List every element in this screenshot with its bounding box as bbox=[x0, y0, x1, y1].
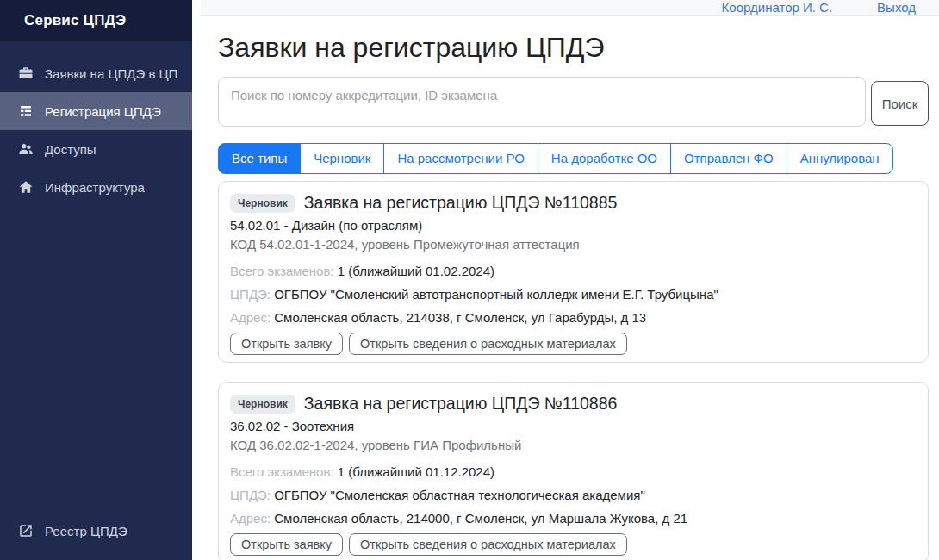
address-line: Адрес: Смоленская область, 214000, г Смо… bbox=[230, 510, 917, 527]
cpde-line: ЦПДЭ: ОГБПОУ "Смоленская областная техно… bbox=[230, 487, 917, 504]
address-label: Адрес: bbox=[230, 310, 271, 325]
application-card: Черновик Заявка на регистрацию ЦПДЭ №110… bbox=[218, 382, 929, 560]
logout-link[interactable]: Выход bbox=[877, 0, 916, 15]
card-meta: Всего экзаменов: 1 (ближайший 01.02.2024… bbox=[230, 263, 917, 327]
sidebar-item-applications[interactable]: Заявки на ЦПДЭ в ЦП bbox=[0, 54, 192, 92]
briefcase-icon bbox=[18, 65, 34, 81]
open-materials-button[interactable]: Открыть сведения о расходных материалах bbox=[349, 333, 627, 355]
exams-line: Всего экзаменов: 1 (ближайший 01.02.2024… bbox=[230, 263, 917, 280]
sidebar-item-label: Реестр ЦПДЭ bbox=[45, 524, 127, 538]
exams-label: Всего экзаменов: bbox=[230, 264, 334, 278]
open-application-button[interactable]: Открыть заявку bbox=[230, 533, 343, 556]
sidebar-item-registration[interactable]: Регистрация ЦПДЭ bbox=[0, 92, 192, 130]
cpde-label: ЦПДЭ: bbox=[230, 488, 271, 502]
card-title: Заявка на регистрацию ЦПДЭ №110885 bbox=[304, 193, 618, 213]
tab-all-types[interactable]: Все типы bbox=[218, 143, 301, 174]
exams-line: Всего экзаменов: 1 (ближайший 01.12.2024… bbox=[230, 464, 917, 481]
filter-tabs: Все типы Черновик На рассмотрении РО На … bbox=[218, 143, 893, 174]
sidebar-item-label: Инфраструктура bbox=[45, 180, 145, 195]
code-line: КОД 54.02.01-1-2024, уровень Промежуточн… bbox=[230, 236, 917, 253]
cpde-label: ЦПДЭ: bbox=[230, 287, 271, 302]
sidebar-item-access[interactable]: Доступы bbox=[0, 130, 192, 168]
sidebar-item-label: Регистрация ЦПДЭ bbox=[45, 104, 161, 119]
address-label: Адрес: bbox=[230, 511, 271, 526]
exams-label: Всего экзаменов: bbox=[230, 464, 334, 479]
tab-annulled[interactable]: Аннулирован bbox=[787, 143, 893, 174]
tab-draft[interactable]: Черновик bbox=[300, 143, 384, 174]
search-button[interactable]: Поиск bbox=[871, 81, 929, 126]
topbar: Координатор И. С. Выход bbox=[201, 0, 939, 16]
sidebar-item-registry[interactable]: Реестр ЦПДЭ bbox=[0, 512, 192, 550]
sidebar-item-label: Заявки на ЦПДЭ в ЦП bbox=[45, 66, 177, 81]
code-line: КОД 36.02.02-1-2024, уровень ГИА Профиль… bbox=[230, 437, 917, 454]
content-area: Координатор И. С. Выход Заявки на регист… bbox=[192, 0, 939, 560]
app-window: Сервис ЦПДЭ Заявки на ЦПДЭ в ЦП Регистра… bbox=[0, 0, 939, 560]
program-line: 54.02.01 - Дизайн (по отраслям) bbox=[230, 217, 917, 234]
card-header: Черновик Заявка на регистрацию ЦПДЭ №110… bbox=[230, 193, 917, 213]
sidebar-item-label: Доступы bbox=[45, 142, 96, 157]
cpde-line: ЦПДЭ: ОГБПОУ "Смоленский автотранспортны… bbox=[230, 286, 917, 303]
external-link-icon bbox=[18, 523, 34, 538]
open-materials-button[interactable]: Открыть сведения о расходных материалах bbox=[349, 533, 627, 556]
page-title: Заявки на регистрацию ЦПДЭ bbox=[218, 32, 929, 64]
card-buttons: Открыть заявку Открыть сведения о расход… bbox=[230, 533, 917, 556]
program-line: 36.02.02 - Зоотехния bbox=[230, 418, 917, 435]
card-header: Черновик Заявка на регистрацию ЦПДЭ №110… bbox=[230, 394, 917, 414]
status-badge: Черновик bbox=[230, 194, 295, 213]
card-title: Заявка на регистрацию ЦПДЭ №110886 bbox=[304, 394, 618, 414]
exams-value: 1 (ближайший 01.12.2024) bbox=[338, 464, 494, 479]
exams-value: 1 (ближайший 01.02.2024) bbox=[338, 264, 494, 278]
sidebar-footer: Реестр ЦПДЭ bbox=[0, 512, 192, 550]
application-card: Черновик Заявка на регистрацию ЦПДЭ №110… bbox=[218, 181, 929, 363]
status-badge: Черновик bbox=[230, 395, 295, 414]
sidebar-nav: Заявки на ЦПДЭ в ЦП Регистрация ЦПДЭ Дос… bbox=[0, 54, 192, 206]
address-line: Адрес: Смоленская область, 214038, г Смо… bbox=[230, 309, 917, 327]
cpde-value: ОГБПОУ "Смоленская областная технологиче… bbox=[274, 488, 645, 502]
list-icon bbox=[18, 103, 34, 119]
address-value: Смоленская область, 214038, г Смоленск, … bbox=[274, 310, 646, 325]
tab-rework-oo[interactable]: На доработке ОО bbox=[538, 143, 671, 174]
card-meta: Всего экзаменов: 1 (ближайший 01.12.2024… bbox=[230, 464, 917, 527]
user-link[interactable]: Координатор И. С. bbox=[722, 0, 833, 15]
main-panel: Заявки на регистрацию ЦПДЭ Поиск Все тип… bbox=[192, 16, 939, 560]
address-value: Смоленская область, 214000, г Смоленск, … bbox=[274, 511, 687, 526]
cpde-value: ОГБПОУ "Смоленский автотранспортный колл… bbox=[274, 287, 718, 302]
sidebar-item-infrastructure[interactable]: Инфраструктура bbox=[0, 168, 192, 206]
search-row: Поиск bbox=[218, 77, 929, 127]
users-icon bbox=[18, 141, 34, 157]
home-icon bbox=[18, 179, 34, 195]
sidebar: Сервис ЦПДЭ Заявки на ЦПДЭ в ЦП Регистра… bbox=[0, 0, 192, 560]
open-application-button[interactable]: Открыть заявку bbox=[230, 333, 343, 355]
search-input[interactable] bbox=[218, 77, 866, 127]
tab-under-review-ro[interactable]: На рассмотрении РО bbox=[383, 143, 538, 174]
card-buttons: Открыть заявку Открыть сведения о расход… bbox=[230, 333, 917, 355]
tab-sent-fo[interactable]: Отправлен ФО bbox=[670, 143, 787, 174]
app-title: Сервис ЦПДЭ bbox=[0, 0, 192, 41]
